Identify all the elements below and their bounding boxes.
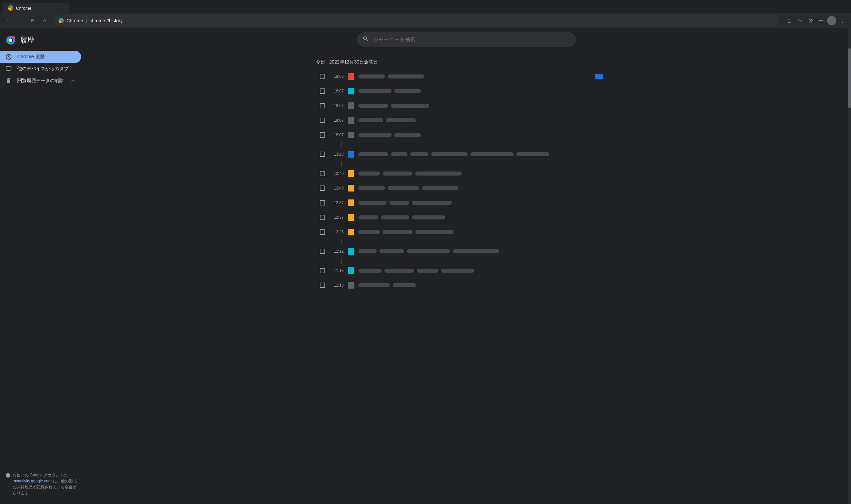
sidebar-item-clear-history[interactable]: 閲覧履歴データの削除 ↗ [0, 75, 81, 87]
history-item[interactable]: 12:40 ⋮ [316, 181, 618, 196]
connector-line: | [316, 239, 618, 244]
refresh-button[interactable]: ↻ [28, 16, 37, 25]
avatar[interactable] [827, 16, 836, 25]
item-checkbox[interactable] [320, 74, 325, 79]
more-options-button[interactable]: ⋮ [604, 130, 614, 140]
item-favicon [348, 199, 355, 206]
item-checkbox[interactable] [320, 215, 325, 220]
item-time: 18:08 [329, 74, 344, 79]
more-options-button[interactable]: ⋮ [604, 116, 614, 125]
blurred-text [358, 89, 392, 93]
back-button[interactable]: ← [4, 16, 13, 25]
item-time: 13:23 [329, 152, 344, 157]
item-favicon [348, 88, 355, 94]
history-item[interactable]: 12:37 ⋮ [316, 210, 618, 225]
more-options-button[interactable]: ⋮ [604, 228, 614, 237]
blurred-text [358, 249, 377, 253]
item-content [358, 186, 600, 190]
tab-label: Chrome [16, 6, 31, 11]
item-checkbox[interactable] [320, 283, 325, 288]
bookmark-button[interactable]: ☆ [795, 16, 804, 25]
blurred-text [387, 74, 424, 78]
history-item[interactable]: 18:07 ⋮ [316, 113, 618, 128]
toolbar-actions: ⇫ ☆ ⚒ ▭ ⋮ [784, 16, 847, 25]
history-item[interactable]: 18:07 ⋮ [316, 84, 618, 98]
history-item[interactable]: 12:12 ⋮ [316, 244, 618, 259]
blurred-text [389, 201, 409, 205]
sidebar-item-other-devices[interactable]: 他のデバイスからのタブ [0, 63, 81, 75]
menu-button[interactable]: ⋮ [838, 16, 847, 25]
more-options-button[interactable]: ⋮ [604, 266, 614, 275]
history-item[interactable]: 13:23 ⋮ [316, 147, 618, 162]
item-checkbox[interactable] [320, 268, 325, 273]
more-options-button[interactable]: ⋮ [604, 87, 614, 96]
history-item[interactable]: 11:13 ⋮ [316, 278, 618, 292]
search-input[interactable] [373, 37, 571, 42]
item-checkbox[interactable] [320, 88, 325, 94]
active-tab[interactable]: Chrome [3, 3, 69, 13]
more-options-button[interactable]: ⋮ [604, 72, 614, 81]
item-content [358, 230, 600, 234]
history-item[interactable]: 12:40 ⋮ [316, 166, 618, 181]
blurred-text [358, 152, 388, 156]
blurred-text [387, 186, 419, 190]
item-checkbox[interactable] [320, 103, 325, 108]
item-favicon [348, 282, 355, 289]
item-checkbox[interactable] [320, 229, 325, 235]
item-time: 12:40 [329, 186, 344, 191]
address-bar[interactable]: Chrome | chrome://history [55, 15, 779, 26]
item-checkbox[interactable] [320, 151, 325, 157]
item-checkbox[interactable] [320, 200, 325, 205]
more-options-button[interactable]: ⋮ [604, 150, 614, 159]
share-button[interactable]: ⇫ [784, 16, 794, 25]
item-time: 18:07 [329, 133, 344, 137]
monitor-icon [5, 66, 12, 72]
blurred-text [391, 152, 408, 156]
item-content [358, 74, 591, 78]
home-button[interactable]: ⌂ [40, 16, 49, 25]
item-content [358, 133, 600, 137]
sidebar-footer: お使いの Google アカウントの myactivity.google.com… [0, 467, 85, 501]
more-options-button[interactable]: ⋮ [604, 198, 614, 208]
more-options-button[interactable]: ⋮ [604, 281, 614, 290]
more-options-button[interactable]: ⋮ [604, 247, 614, 256]
blurred-text [410, 152, 429, 156]
blurred-text [470, 152, 513, 156]
history-item[interactable]: 12:36 ⋮ [316, 225, 618, 239]
more-options-button[interactable]: ⋮ [604, 101, 614, 110]
item-content [358, 269, 600, 273]
sidebar-item-chrome-history[interactable]: Chrome 履歴 [0, 51, 81, 63]
history-item[interactable]: 18:07 ⋮ [316, 128, 618, 142]
item-checkbox[interactable] [320, 118, 325, 123]
footer-text: お使いの Google アカウントの myactivity.google.com… [13, 472, 80, 496]
history-item[interactable]: 12:37 ⋮ [316, 196, 618, 210]
window-button[interactable]: ▭ [816, 16, 826, 25]
item-checkbox[interactable] [320, 132, 325, 138]
item-time: 12:37 [329, 200, 344, 205]
extensions-button[interactable]: ⚒ [806, 16, 815, 25]
scrollbar-track[interactable] [848, 28, 851, 504]
forward-button[interactable]: → [16, 16, 25, 25]
activity-link[interactable]: myactivity.google.com [13, 479, 52, 483]
sidebar-label-chrome-history: Chrome 履歴 [17, 54, 44, 60]
more-options-button[interactable]: ⋮ [604, 213, 614, 222]
blurred-text [358, 74, 385, 78]
history-item[interactable]: 11:13 ⋮ [316, 263, 618, 278]
history-item[interactable]: 18:08 ⋮ [316, 69, 618, 84]
scrollbar-thumb[interactable] [848, 48, 851, 108]
blurred-text [394, 133, 421, 137]
item-content [358, 249, 600, 253]
sidebar-label-clear-history: 閲覧履歴データの削除 [17, 78, 64, 84]
blurred-text [358, 230, 380, 234]
item-checkbox[interactable] [320, 171, 325, 176]
item-checkbox[interactable] [320, 249, 325, 254]
toolbar: ← → ↻ ⌂ Chrome | chrome://history ⇫ ☆ ⚒ [0, 13, 851, 28]
more-options-button[interactable]: ⋮ [604, 169, 614, 178]
item-favicon [348, 102, 355, 109]
back-icon: ← [6, 18, 11, 24]
item-checkbox[interactable] [320, 185, 325, 191]
blurred-text [453, 249, 499, 253]
blurred-text [358, 283, 390, 287]
history-item[interactable]: 18:07 ⋮ [316, 98, 618, 113]
more-options-button[interactable]: ⋮ [604, 183, 614, 193]
